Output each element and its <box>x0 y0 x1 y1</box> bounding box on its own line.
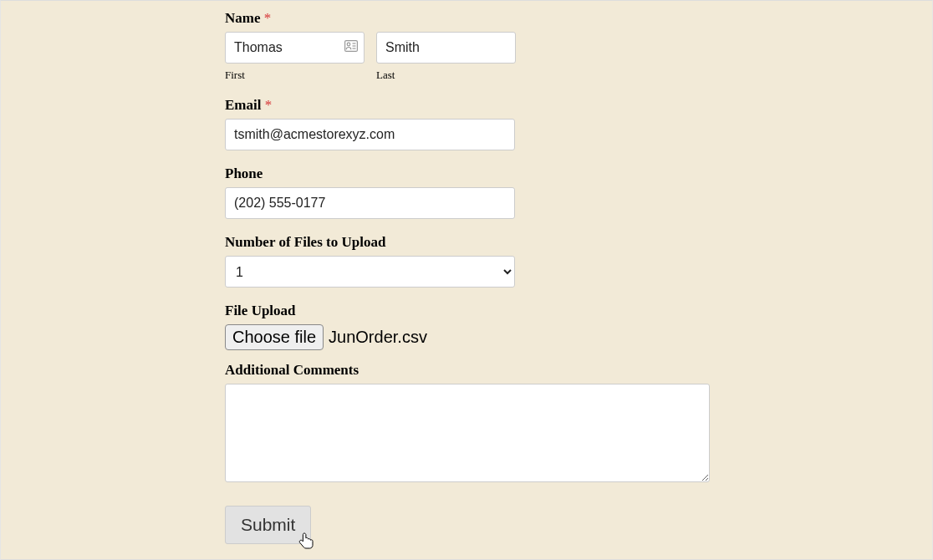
email-field: Email * <box>225 97 727 150</box>
numfiles-label: Number of Files to Upload <box>225 234 727 251</box>
name-label-text: Name <box>225 10 260 26</box>
numfiles-select[interactable]: 1 <box>225 256 515 288</box>
name-label: Name * <box>225 10 727 27</box>
phone-label: Phone <box>225 165 727 182</box>
chosen-filename: JunOrder.csv <box>327 328 427 347</box>
form-container: Name * <box>225 1 727 544</box>
email-input[interactable] <box>225 119 515 150</box>
numfiles-field: Number of Files to Upload 1 <box>225 234 727 288</box>
last-name-input[interactable] <box>376 32 516 64</box>
name-field: Name * <box>225 10 727 82</box>
first-name-input[interactable] <box>225 32 365 64</box>
email-label: Email * <box>225 97 727 114</box>
first-sublabel: First <box>225 69 365 82</box>
contact-card-icon <box>344 40 358 55</box>
choose-file-button[interactable]: Choose file <box>225 324 324 350</box>
svg-point-1 <box>347 43 350 46</box>
comments-field: Additional Comments <box>225 362 727 486</box>
phone-field: Phone <box>225 165 727 219</box>
email-label-text: Email <box>225 97 261 113</box>
required-mark: * <box>265 97 273 113</box>
phone-input[interactable] <box>225 187 515 219</box>
submit-button[interactable]: Submit <box>225 506 311 544</box>
fileupload-label: File Upload <box>225 303 727 319</box>
comments-textarea[interactable] <box>225 384 710 482</box>
required-mark: * <box>264 10 272 26</box>
comments-label: Additional Comments <box>225 362 727 379</box>
fileupload-field: File Upload Choose file JunOrder.csv <box>225 303 727 350</box>
last-sublabel: Last <box>376 69 516 82</box>
